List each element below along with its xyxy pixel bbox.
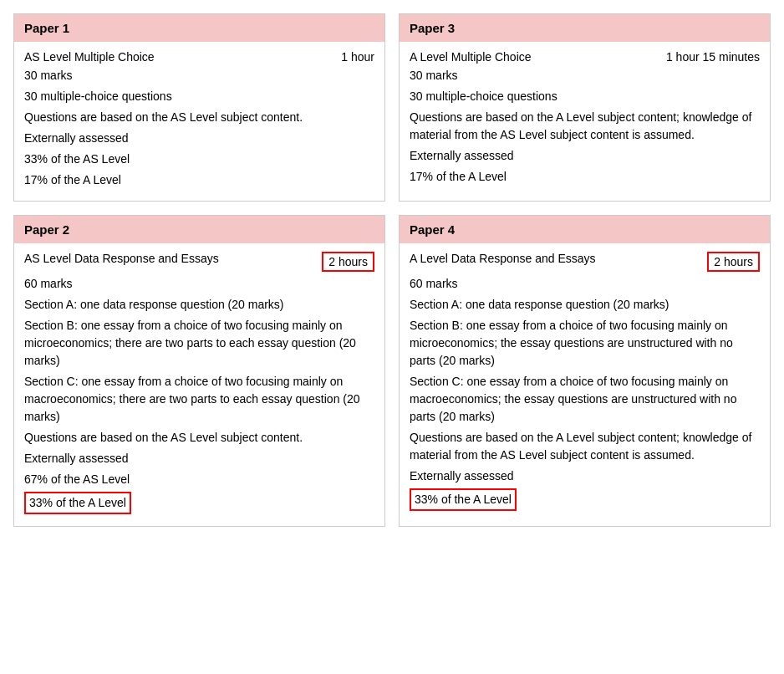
papers-grid: Paper 1AS Level Multiple Choice1 hour30 …	[13, 13, 771, 527]
paper4-line-1: Section A: one data response question (2…	[410, 296, 760, 314]
paper2-line-1: Section A: one data response question (2…	[24, 296, 374, 314]
paper1-body: AS Level Multiple Choice1 hour30 marks30…	[14, 42, 384, 201]
paper2-duration: 2 hours	[322, 252, 374, 272]
paper2-line-0: 60 marks	[24, 275, 374, 293]
paper1-line-3: Externally assessed	[24, 130, 374, 147]
paper2-last-line-boxed: 33% of the A Level	[24, 492, 131, 514]
paper3-header: Paper 3	[400, 14, 770, 42]
paper4-body: A Level Data Response and Essays2 hours6…	[400, 243, 770, 523]
paper2-first-line: AS Level Data Response and Essays2 hours	[24, 252, 374, 272]
card-paper4: Paper 4A Level Data Response and Essays2…	[399, 215, 771, 527]
paper3-subject: A Level Multiple Choice	[410, 50, 656, 64]
paper2-line-4: Questions are based on the AS Level subj…	[24, 429, 374, 447]
paper2-line-5: Externally assessed	[24, 450, 374, 467]
paper4-line-0: 60 marks	[410, 275, 760, 293]
paper4-line-3: Section C: one essay from a choice of tw…	[410, 373, 760, 426]
paper3-body: A Level Multiple Choice1 hour 15 minutes…	[400, 42, 770, 197]
paper2-line-7: 33% of the A Level	[24, 492, 374, 514]
paper4-last-line-boxed: 33% of the A Level	[410, 488, 517, 511]
paper4-line-4: Questions are based on the A Level subje…	[410, 429, 760, 464]
paper1-line-4: 33% of the AS Level	[24, 151, 374, 168]
paper4-line-6: 33% of the A Level	[410, 488, 760, 511]
paper3-line-3: Externally assessed	[410, 147, 760, 165]
card-paper3: Paper 3A Level Multiple Choice1 hour 15 …	[399, 13, 771, 202]
paper1-line-0: 30 marks	[24, 67, 374, 84]
paper4-line-5: Externally assessed	[410, 467, 760, 485]
paper1-line-1: 30 multiple-choice questions	[24, 88, 374, 105]
paper3-first-line: A Level Multiple Choice1 hour 15 minutes	[410, 50, 760, 64]
paper2-line-3: Section C: one essay from a choice of tw…	[24, 373, 374, 426]
paper2-subject: AS Level Data Response and Essays	[24, 252, 312, 265]
paper3-duration: 1 hour 15 minutes	[666, 50, 760, 64]
paper2-line-6: 67% of the AS Level	[24, 471, 374, 488]
paper3-line-0: 30 marks	[410, 67, 760, 84]
paper1-line-5: 17% of the A Level	[24, 171, 374, 189]
paper3-line-2: Questions are based on the A Level subje…	[410, 109, 760, 144]
paper4-subject: A Level Data Response and Essays	[410, 252, 697, 265]
paper1-line-2: Questions are based on the AS Level subj…	[24, 109, 374, 126]
paper3-line-1: 30 multiple-choice questions	[410, 88, 760, 105]
paper2-body: AS Level Data Response and Essays2 hours…	[14, 243, 384, 526]
paper4-duration: 2 hours	[707, 252, 760, 272]
paper1-subject: AS Level Multiple Choice	[24, 50, 331, 64]
card-paper1: Paper 1AS Level Multiple Choice1 hour30 …	[13, 13, 385, 202]
paper4-first-line: A Level Data Response and Essays2 hours	[410, 252, 760, 272]
paper3-line-4: 17% of the A Level	[410, 168, 760, 186]
paper1-duration: 1 hour	[341, 50, 374, 64]
paper1-header: Paper 1	[14, 14, 384, 42]
paper4-line-2: Section B: one essay from a choice of tw…	[410, 317, 760, 370]
paper2-header: Paper 2	[14, 216, 384, 243]
paper2-line-2: Section B: one essay from a choice of tw…	[24, 317, 374, 370]
paper4-header: Paper 4	[400, 216, 770, 243]
paper1-first-line: AS Level Multiple Choice1 hour	[24, 50, 374, 64]
card-paper2: Paper 2AS Level Data Response and Essays…	[13, 215, 385, 527]
